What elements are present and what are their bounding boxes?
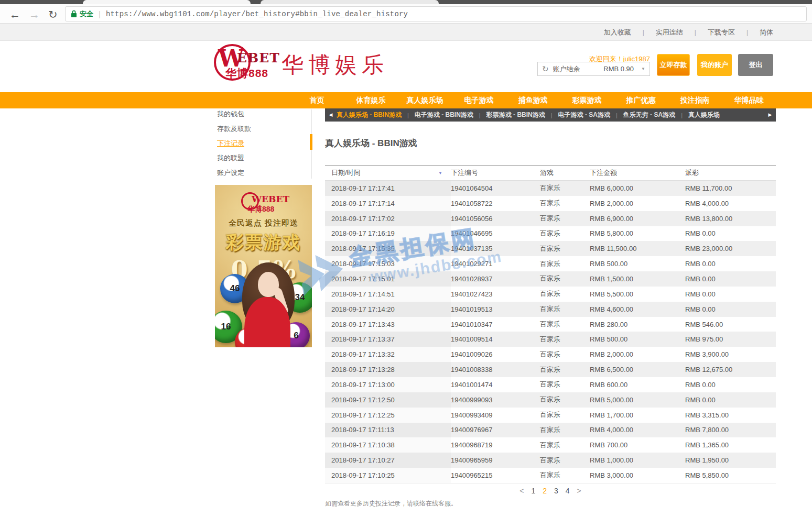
- cell-bet-amount: RMB 500.00: [590, 335, 685, 343]
- cell-bet-id: 19401010347: [451, 321, 540, 328]
- cell-bet-id: 19400965215: [451, 471, 540, 479]
- pagination-page[interactable]: 3: [554, 487, 558, 495]
- pagination-page[interactable]: 2: [543, 487, 547, 495]
- separator: |: [616, 112, 618, 118]
- nav-item[interactable]: 投注指南: [668, 92, 722, 108]
- cell-bet-id: 19401029271: [451, 260, 540, 268]
- cell-bet-amount: RMB 11,500.00: [590, 245, 685, 252]
- pagination-page[interactable]: 4: [566, 487, 570, 495]
- cell-payout: RMB 0.00: [685, 229, 776, 237]
- site-logo[interactable]: 华博娱乐: [282, 50, 388, 80]
- cell-game: 百家乐: [540, 320, 590, 329]
- browser-tab[interactable]: [83, 0, 251, 4]
- cell-game: 百家乐: [540, 289, 590, 299]
- logo-webet-text: EBET: [237, 50, 280, 65]
- history-tab[interactable]: 真人娱乐场: [688, 111, 720, 119]
- cell-bet-id: 19401019513: [451, 305, 540, 313]
- nav-item[interactable]: 推广优惠: [614, 92, 668, 108]
- nav-item[interactable]: 电子游戏: [452, 92, 506, 108]
- cell-bet-id: 19400976967: [451, 426, 540, 434]
- utility-link[interactable]: 加入收藏: [604, 28, 631, 37]
- cell-bet-amount: RMB 5,000.00: [590, 396, 685, 404]
- cell-datetime: 2018-09-17 17:13:00: [325, 377, 451, 392]
- my-account-button[interactable]: 我的账户: [697, 54, 732, 76]
- deposit-button[interactable]: 立即存款: [657, 54, 690, 76]
- back-icon[interactable]: ←: [9, 9, 20, 20]
- cell-bet-id: 19401058722: [451, 200, 540, 207]
- table-row: 2018-09-17 17:14:2019401019513百家乐RMB 4,6…: [325, 302, 776, 317]
- cell-payout: RMB 0.00: [685, 396, 776, 404]
- history-tab[interactable]: 真人娱乐场 - BBIN游戏: [337, 111, 402, 119]
- cell-game: 百家乐: [540, 441, 590, 450]
- cell-datetime: 2018-09-17 17:16:19: [325, 226, 451, 241]
- cell-datetime: 2018-09-17 17:13:28: [325, 362, 451, 377]
- logo-888-text: 华博888: [225, 66, 268, 81]
- nav-item[interactable]: 体育娱乐: [344, 92, 398, 108]
- cell-game: 百家乐: [540, 229, 590, 238]
- cell-datetime: 2018-09-17 17:10:27: [325, 453, 451, 468]
- nav-item[interactable]: 首页: [290, 92, 344, 108]
- cell-game: 百家乐: [540, 350, 590, 359]
- refresh-icon[interactable]: ↻: [48, 9, 58, 20]
- promo-banner[interactable]: WEBET 华博888 全民返点 投注即送 彩票游戏 0.5% 46341646: [215, 185, 312, 347]
- chevron-down-icon[interactable]: ▼: [641, 67, 645, 71]
- cell-bet-amount: RMB 280.00: [590, 321, 685, 328]
- sidebar-item[interactable]: 我的钱包: [215, 107, 309, 122]
- table-header: 日期/时间下注编号游戏下注金额派彩: [325, 165, 776, 181]
- cell-bet-amount: RMB 6,900.00: [590, 215, 685, 223]
- banner-product: 彩票游戏: [215, 230, 312, 255]
- cell-datetime: 2018-09-17 17:13:43: [325, 317, 451, 332]
- balance-dropdown[interactable]: ↻ 账户结余 RMB 0.90 ▼: [537, 62, 650, 76]
- cell-payout: RMB 3,900.00: [685, 350, 776, 358]
- utility-link[interactable]: 下载专区: [708, 28, 735, 37]
- sidebar-item[interactable]: 存款及取款: [215, 122, 309, 136]
- separator: |: [695, 29, 696, 36]
- logout-button[interactable]: 登出: [738, 54, 773, 76]
- cell-payout: RMB 23,000.00: [685, 245, 776, 252]
- separator: |: [746, 29, 748, 36]
- nav-item[interactable]: 彩票游戏: [560, 92, 614, 108]
- cell-datetime: 2018-09-17 17:12:50: [325, 392, 451, 408]
- sidebar-item[interactable]: 下注记录: [215, 136, 309, 151]
- history-tab[interactable]: 鱼乐无穷 - SA游戏: [623, 111, 675, 119]
- cell-bet-id: 19401037135: [451, 245, 540, 252]
- cell-datetime: 2018-09-17 17:10:38: [325, 437, 451, 453]
- sidebar-item[interactable]: 我的联盟: [215, 151, 309, 166]
- history-tab[interactable]: 电子游戏 - SA游戏: [558, 111, 610, 119]
- cell-bet-amount: RMB 2,000.00: [590, 200, 685, 207]
- history-tab[interactable]: 彩票游戏 - BBIN游戏: [486, 111, 545, 119]
- tabs-scroll-left-icon[interactable]: ◀: [325, 108, 337, 122]
- banner-logo: WEBET 华博888: [215, 191, 312, 218]
- address-bar[interactable]: 安全 | https://www.wbg1101.com/player/bet_…: [65, 6, 807, 21]
- page-title: 真人娱乐场 - BBIN游戏: [325, 137, 417, 149]
- pagination-prev[interactable]: <: [519, 487, 524, 495]
- sidebar-item[interactable]: 账户设定: [215, 166, 309, 180]
- forward-icon[interactable]: →: [29, 9, 40, 20]
- utility-link[interactable]: 实用连结: [656, 28, 683, 37]
- balance-label: 账户结余: [553, 64, 580, 74]
- nav-item[interactable]: 真人娱乐场: [398, 92, 452, 108]
- cell-game: 百家乐: [540, 244, 590, 254]
- sort-desc-icon[interactable]: ▼: [438, 171, 442, 175]
- balance-refresh-icon[interactable]: ↻: [542, 64, 549, 74]
- utility-link[interactable]: 简体: [760, 28, 773, 37]
- cell-datetime: 2018-09-17 17:14:51: [325, 287, 451, 302]
- tabs-scroll-right-icon[interactable]: ▶: [764, 108, 776, 122]
- pagination-next[interactable]: >: [577, 487, 581, 495]
- separator: |: [479, 112, 481, 118]
- pagination-page[interactable]: 1: [531, 487, 535, 495]
- table-row: 2018-09-17 17:11:1319400976967百家乐RMB 4,0…: [325, 423, 776, 438]
- nav-item[interactable]: 捕鱼游戏: [506, 92, 560, 108]
- table-row: 2018-09-17 17:15:0319401029271百家乐RMB 500…: [325, 256, 776, 271]
- column-header[interactable]: 日期/时间: [325, 168, 451, 178]
- table-row: 2018-09-17 17:13:3719401009514百家乐RMB 500…: [325, 332, 776, 347]
- cell-bet-amount: RMB 5,500.00: [590, 290, 685, 298]
- cell-datetime: 2018-09-17 17:15:01: [325, 271, 451, 287]
- cell-datetime: 2018-09-17 17:17:02: [325, 211, 451, 226]
- nav-item[interactable]: 华博品味: [722, 92, 776, 108]
- table-row: 2018-09-17 17:13:0019401001474百家乐RMB 600…: [325, 377, 776, 392]
- site-header: W EBET 华博888 华博娱乐 欢迎回来！julic1987 ↻ 账户结余 …: [0, 41, 812, 92]
- table-row: 2018-09-17 17:13:3219401009026百家乐RMB 2,0…: [325, 347, 776, 362]
- browser-tab[interactable]: [261, 0, 439, 4]
- history-tab[interactable]: 电子游戏 - BBIN游戏: [415, 111, 473, 119]
